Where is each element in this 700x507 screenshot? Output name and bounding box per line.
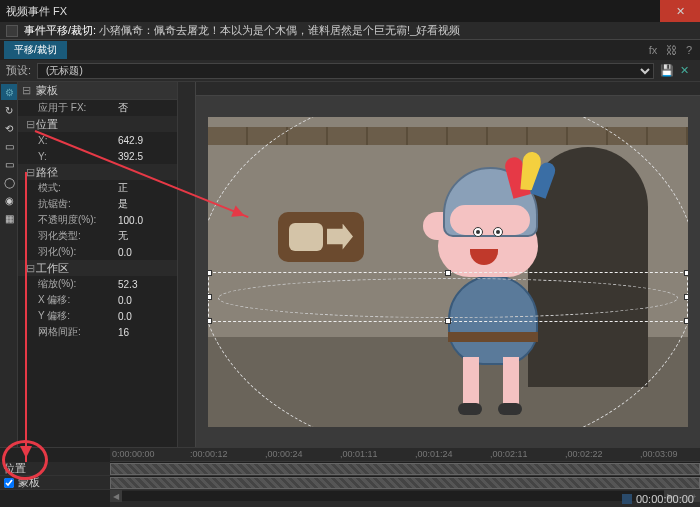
- grid-icon[interactable]: ▦: [1, 210, 17, 226]
- rect-tool-icon[interactable]: ▭: [1, 138, 17, 154]
- video-frame[interactable]: [208, 117, 688, 427]
- status-icon: [622, 494, 632, 504]
- applyfx-value[interactable]: 否: [118, 101, 128, 115]
- zoom-value[interactable]: 52.3: [118, 279, 137, 290]
- opacity-value[interactable]: 100.0: [118, 215, 143, 226]
- settings-icon[interactable]: ⚙: [1, 84, 17, 100]
- breadcrumb: 事件平移/裁切: 小猪佩奇：佩奇去屠龙！本以为是个木偶，谁料居然是个巨无霸!_好…: [24, 23, 460, 38]
- fx-icon[interactable]: fx: [646, 43, 660, 57]
- featherpct-value[interactable]: 0.0: [118, 247, 132, 258]
- y-value[interactable]: 392.5: [118, 151, 143, 162]
- xoff-value[interactable]: 0.0: [118, 295, 132, 306]
- help-icon[interactable]: ?: [682, 43, 696, 57]
- track-clip[interactable]: [110, 477, 700, 489]
- position-header[interactable]: 位置: [36, 117, 58, 132]
- rect-dashed-icon[interactable]: ▭: [1, 156, 17, 172]
- grid-value[interactable]: 16: [118, 327, 129, 338]
- mask-checkbox[interactable]: [4, 478, 14, 488]
- scrollbar[interactable]: [122, 491, 664, 501]
- track-mask[interactable]: 蒙板: [0, 476, 110, 489]
- track-position[interactable]: 位置: [0, 462, 110, 475]
- path-header[interactable]: 路径: [36, 165, 58, 180]
- close-button[interactable]: ✕: [660, 0, 700, 22]
- scroll-left-icon[interactable]: ◀: [110, 490, 122, 502]
- delete-preset-icon[interactable]: ✕: [680, 64, 694, 78]
- feather-value[interactable]: 无: [118, 229, 128, 243]
- workspace-header[interactable]: 工作区: [36, 261, 69, 276]
- mode-value[interactable]: 正: [118, 181, 128, 195]
- chain-icon[interactable]: ⛓: [664, 43, 678, 57]
- preset-select[interactable]: (无标题): [37, 63, 654, 79]
- ruler-horizontal: [196, 82, 700, 96]
- timecode: 00:00:00:00: [636, 493, 694, 505]
- sync-icon[interactable]: ↻: [1, 102, 17, 118]
- x-value[interactable]: 642.9: [118, 135, 143, 146]
- timeline-ruler[interactable]: 0:00:00:00 :00:00:12 ,00:00:24 ,00:01:11…: [110, 448, 700, 462]
- window-title: 视频事件 FX: [6, 4, 67, 19]
- ellipse-tool-icon[interactable]: ◯: [1, 174, 17, 190]
- reset-icon[interactable]: ⟲: [1, 120, 17, 136]
- tab-pan-crop[interactable]: 平移/裁切: [4, 41, 67, 59]
- canvas[interactable]: [178, 82, 700, 447]
- save-preset-icon[interactable]: 💾: [660, 64, 674, 78]
- ruler-vertical: [178, 82, 196, 447]
- annotation-arrow: [25, 172, 27, 462]
- timeline: 0:00:00:00 :00:00:12 ,00:00:24 ,00:01:11…: [0, 447, 700, 507]
- sign-graphic: [278, 212, 364, 262]
- track-clip[interactable]: [110, 463, 700, 475]
- aa-value[interactable]: 是: [118, 197, 128, 211]
- yoff-value[interactable]: 0.0: [118, 311, 132, 322]
- mask-header[interactable]: 蒙板: [36, 83, 58, 98]
- character-graphic: [408, 157, 558, 417]
- properties-panel: ⊟蒙板 应用于 FX:否 ⊟位置 X:642.9 Y:392.5 ⊟路径 模式:…: [18, 82, 178, 447]
- pin-icon[interactable]: [6, 25, 18, 37]
- preset-label: 预设:: [6, 63, 31, 78]
- ellipse-fill-icon[interactable]: ◉: [1, 192, 17, 208]
